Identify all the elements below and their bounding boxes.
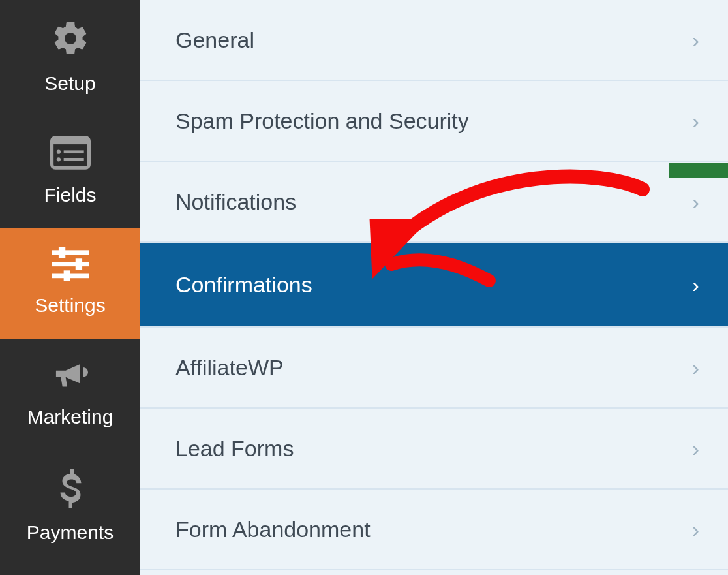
settings-item-label: Spam Protection and Security — [175, 108, 469, 134]
chevron-right-icon: › — [692, 355, 699, 381]
chevron-right-icon: › — [692, 436, 699, 461]
sidebar: Setup Fields Settings Marketing Payments — [0, 0, 140, 575]
list-icon — [50, 135, 91, 175]
app-root: Setup Fields Settings Marketing Payments — [0, 0, 728, 575]
settings-panel: General › Spam Protection and Security ›… — [140, 0, 728, 575]
settings-item-general[interactable]: General › — [140, 0, 728, 81]
settings-item-leadforms[interactable]: Lead Forms › — [140, 409, 728, 490]
settings-item-label: General — [175, 27, 254, 53]
svg-rect-3 — [63, 150, 83, 153]
settings-item-confirmations[interactable]: Confirmations › — [140, 243, 728, 328]
sidebar-item-setup[interactable]: Setup — [0, 0, 140, 117]
sidebar-item-label: Settings — [35, 294, 105, 317]
sidebar-item-label: Setup — [44, 72, 95, 95]
svg-rect-7 — [58, 247, 65, 258]
settings-item-label: Confirmations — [175, 272, 312, 298]
svg-point-2 — [56, 150, 60, 154]
svg-rect-9 — [75, 258, 82, 270]
settings-item-formabandonment[interactable]: Form Abandonment › — [140, 490, 728, 570]
bullhorn-icon — [50, 357, 91, 397]
sidebar-item-settings[interactable]: Settings — [0, 228, 140, 339]
sidebar-item-payments[interactable]: Payments — [0, 450, 140, 566]
settings-item-affiliatewp[interactable]: AffiliateWP › — [140, 328, 728, 409]
gear-icon — [50, 18, 91, 63]
sidebar-item-marketing[interactable]: Marketing — [0, 339, 140, 450]
svg-rect-1 — [52, 138, 89, 144]
sliders-icon — [50, 247, 91, 285]
settings-item-label: Notifications — [175, 189, 296, 215]
chevron-right-icon: › — [692, 517, 699, 542]
chevron-right-icon: › — [692, 189, 699, 215]
settings-item-spam[interactable]: Spam Protection and Security › — [140, 81, 728, 162]
svg-rect-5 — [63, 158, 83, 161]
sidebar-item-fields[interactable]: Fields — [0, 117, 140, 228]
settings-item-notifications[interactable]: Notifications › — [140, 162, 728, 243]
sidebar-item-label: Payments — [27, 521, 114, 544]
chevron-right-icon: › — [692, 108, 699, 134]
svg-rect-6 — [52, 250, 89, 255]
svg-point-4 — [56, 157, 60, 161]
svg-rect-8 — [52, 262, 89, 266]
settings-item-label: Form Abandonment — [175, 517, 371, 542]
sidebar-item-label: Fields — [44, 184, 96, 206]
sidebar-item-label: Marketing — [27, 406, 114, 428]
green-accent-fragment — [669, 163, 728, 178]
settings-item-label: AffiliateWP — [175, 355, 284, 381]
chevron-right-icon: › — [692, 272, 699, 298]
settings-item-label: Lead Forms — [175, 436, 294, 461]
chevron-right-icon: › — [692, 27, 699, 53]
dollar-icon — [57, 469, 84, 512]
svg-rect-11 — [63, 270, 70, 281]
